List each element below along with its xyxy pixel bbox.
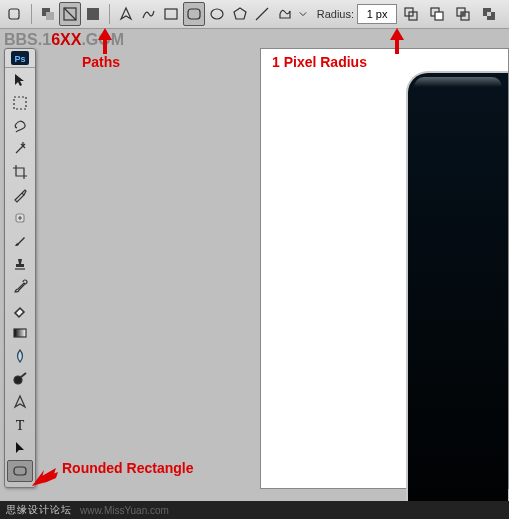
svg-rect-26 (14, 467, 26, 475)
rounded-rectangle-shape-icon[interactable] (183, 2, 205, 26)
path-operations-group (399, 2, 501, 26)
freeform-pen-icon[interactable] (138, 2, 160, 26)
ellipse-shape-icon[interactable] (206, 2, 228, 26)
move-tool-icon[interactable] (7, 69, 33, 91)
svg-rect-18 (487, 12, 491, 16)
line-shape-icon[interactable] (251, 2, 273, 26)
shape-options-dropdown-icon[interactable] (297, 2, 310, 26)
arrow-icon (96, 28, 114, 54)
footer-url: www.MissYuan.com (80, 505, 169, 516)
svg-marker-27 (98, 28, 112, 54)
svg-text:Ps: Ps (14, 54, 25, 64)
fill-pixels-mode-icon[interactable] (82, 2, 104, 26)
type-tool-icon[interactable]: T (7, 414, 33, 436)
history-brush-tool-icon[interactable] (7, 276, 33, 298)
custom-shape-icon[interactable] (274, 2, 296, 26)
shape-layers-mode-icon[interactable] (37, 2, 59, 26)
eyedropper-tool-icon[interactable] (7, 184, 33, 206)
svg-rect-15 (461, 12, 465, 16)
svg-text:T: T (16, 418, 25, 433)
add-to-path-icon[interactable] (399, 2, 423, 26)
annotation-paths: Paths (82, 54, 120, 70)
svg-rect-4 (87, 8, 99, 20)
svg-rect-2 (46, 12, 54, 20)
intersect-path-icon[interactable] (451, 2, 475, 26)
tools-panel: Ps T (4, 48, 36, 488)
polygon-shape-icon[interactable] (229, 2, 251, 26)
marquee-tool-icon[interactable] (7, 92, 33, 114)
svg-point-24 (14, 376, 22, 384)
svg-rect-12 (435, 12, 443, 20)
annotation-radius: 1 Pixel Radius (272, 54, 367, 70)
blur-tool-icon[interactable] (7, 345, 33, 367)
radius-label: Radius: (317, 8, 354, 20)
svg-rect-5 (165, 9, 177, 19)
rectangle-shape-icon[interactable] (160, 2, 182, 26)
svg-marker-28 (390, 28, 404, 54)
svg-marker-8 (234, 8, 246, 19)
healing-brush-tool-icon[interactable] (7, 207, 33, 229)
svg-rect-0 (9, 9, 19, 19)
arrow-icon (32, 462, 58, 486)
arrow-icon (388, 28, 406, 54)
dodge-tool-icon[interactable] (7, 368, 33, 390)
footer-bar: 思缘设计论坛 www.MissYuan.com (0, 501, 509, 519)
tool-preset-picker[interactable] (4, 2, 26, 26)
lasso-tool-icon[interactable] (7, 115, 33, 137)
artwork-rounded-rect (406, 71, 508, 519)
wand-tool-icon[interactable] (7, 138, 33, 160)
exclude-path-icon[interactable] (477, 2, 501, 26)
subtract-from-path-icon[interactable] (425, 2, 449, 26)
gradient-tool-icon[interactable] (7, 322, 33, 344)
pen-icon[interactable] (115, 2, 137, 26)
document-canvas[interactable] (260, 48, 509, 489)
crop-tool-icon[interactable] (7, 161, 33, 183)
svg-point-7 (211, 9, 223, 19)
paths-mode-icon[interactable] (59, 2, 81, 26)
brush-tool-icon[interactable] (7, 230, 33, 252)
options-bar: Radius: (0, 0, 509, 29)
path-selection-tool-icon[interactable] (7, 437, 33, 459)
annotation-rounded-rect: Rounded Rectangle (62, 460, 193, 476)
eraser-tool-icon[interactable] (7, 299, 33, 321)
photoshop-logo-icon: Ps (5, 49, 35, 68)
svg-rect-6 (188, 9, 200, 19)
footer-text: 思缘设计论坛 (6, 503, 72, 517)
rounded-rectangle-tool-icon[interactable] (7, 460, 33, 482)
svg-rect-21 (14, 97, 26, 109)
pen-tool-icon[interactable] (7, 391, 33, 413)
radius-input[interactable] (357, 4, 397, 24)
stamp-tool-icon[interactable] (7, 253, 33, 275)
svg-rect-23 (14, 329, 26, 337)
